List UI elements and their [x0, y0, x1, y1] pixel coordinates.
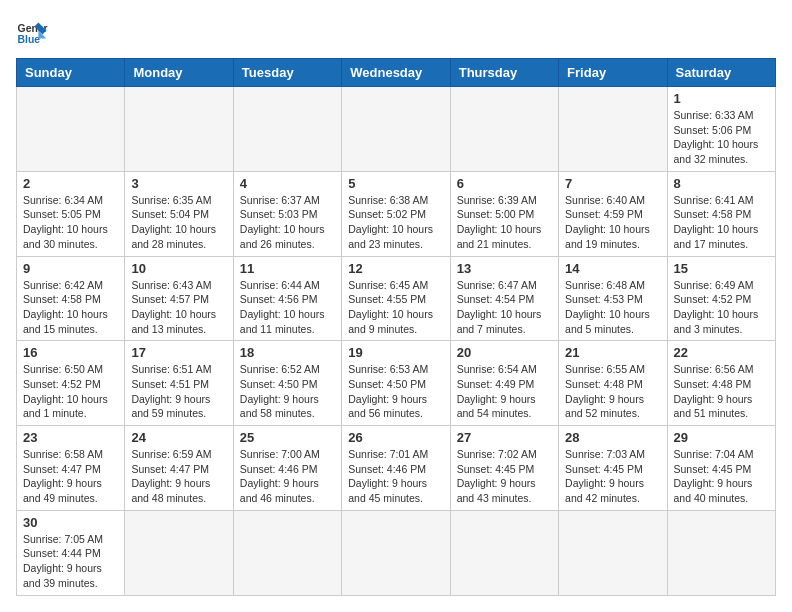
day-info: Sunrise: 6:45 AM Sunset: 4:55 PM Dayligh… [348, 278, 443, 337]
calendar-table: SundayMondayTuesdayWednesdayThursdayFrid… [16, 58, 776, 596]
calendar-cell [125, 87, 233, 172]
day-info: Sunrise: 6:49 AM Sunset: 4:52 PM Dayligh… [674, 278, 769, 337]
calendar-cell: 28Sunrise: 7:03 AM Sunset: 4:45 PM Dayli… [559, 426, 667, 511]
day-info: Sunrise: 7:02 AM Sunset: 4:45 PM Dayligh… [457, 447, 552, 506]
calendar-cell: 19Sunrise: 6:53 AM Sunset: 4:50 PM Dayli… [342, 341, 450, 426]
calendar-cell [559, 87, 667, 172]
day-info: Sunrise: 6:33 AM Sunset: 5:06 PM Dayligh… [674, 108, 769, 167]
calendar-cell: 20Sunrise: 6:54 AM Sunset: 4:49 PM Dayli… [450, 341, 558, 426]
calendar-cell: 16Sunrise: 6:50 AM Sunset: 4:52 PM Dayli… [17, 341, 125, 426]
day-info: Sunrise: 6:55 AM Sunset: 4:48 PM Dayligh… [565, 362, 660, 421]
calendar-cell [342, 510, 450, 595]
calendar-cell: 26Sunrise: 7:01 AM Sunset: 4:46 PM Dayli… [342, 426, 450, 511]
day-number: 1 [674, 91, 769, 106]
calendar-cell: 9Sunrise: 6:42 AM Sunset: 4:58 PM Daylig… [17, 256, 125, 341]
calendar-header-row: SundayMondayTuesdayWednesdayThursdayFrid… [17, 59, 776, 87]
calendar-week-row: 2Sunrise: 6:34 AM Sunset: 5:05 PM Daylig… [17, 171, 776, 256]
day-number: 4 [240, 176, 335, 191]
day-number: 29 [674, 430, 769, 445]
day-info: Sunrise: 6:41 AM Sunset: 4:58 PM Dayligh… [674, 193, 769, 252]
calendar-cell: 1Sunrise: 6:33 AM Sunset: 5:06 PM Daylig… [667, 87, 775, 172]
calendar-cell: 17Sunrise: 6:51 AM Sunset: 4:51 PM Dayli… [125, 341, 233, 426]
calendar-cell: 25Sunrise: 7:00 AM Sunset: 4:46 PM Dayli… [233, 426, 341, 511]
calendar-header-thursday: Thursday [450, 59, 558, 87]
day-info: Sunrise: 6:34 AM Sunset: 5:05 PM Dayligh… [23, 193, 118, 252]
calendar-cell [17, 87, 125, 172]
day-info: Sunrise: 6:37 AM Sunset: 5:03 PM Dayligh… [240, 193, 335, 252]
day-number: 21 [565, 345, 660, 360]
day-info: Sunrise: 6:43 AM Sunset: 4:57 PM Dayligh… [131, 278, 226, 337]
calendar-cell: 24Sunrise: 6:59 AM Sunset: 4:47 PM Dayli… [125, 426, 233, 511]
day-number: 15 [674, 261, 769, 276]
calendar-cell: 12Sunrise: 6:45 AM Sunset: 4:55 PM Dayli… [342, 256, 450, 341]
day-info: Sunrise: 6:40 AM Sunset: 4:59 PM Dayligh… [565, 193, 660, 252]
page-header: General Blue [16, 16, 776, 48]
day-info: Sunrise: 6:58 AM Sunset: 4:47 PM Dayligh… [23, 447, 118, 506]
calendar-header-wednesday: Wednesday [342, 59, 450, 87]
day-info: Sunrise: 6:44 AM Sunset: 4:56 PM Dayligh… [240, 278, 335, 337]
day-info: Sunrise: 6:38 AM Sunset: 5:02 PM Dayligh… [348, 193, 443, 252]
calendar-cell [233, 87, 341, 172]
calendar-cell: 2Sunrise: 6:34 AM Sunset: 5:05 PM Daylig… [17, 171, 125, 256]
day-number: 14 [565, 261, 660, 276]
day-number: 11 [240, 261, 335, 276]
day-info: Sunrise: 7:01 AM Sunset: 4:46 PM Dayligh… [348, 447, 443, 506]
calendar-week-row: 30Sunrise: 7:05 AM Sunset: 4:44 PM Dayli… [17, 510, 776, 595]
day-number: 12 [348, 261, 443, 276]
day-number: 30 [23, 515, 118, 530]
day-number: 5 [348, 176, 443, 191]
logo-icon: General Blue [16, 16, 48, 48]
day-number: 20 [457, 345, 552, 360]
day-number: 16 [23, 345, 118, 360]
calendar-cell [450, 87, 558, 172]
calendar-header-saturday: Saturday [667, 59, 775, 87]
day-info: Sunrise: 6:53 AM Sunset: 4:50 PM Dayligh… [348, 362, 443, 421]
calendar-cell: 27Sunrise: 7:02 AM Sunset: 4:45 PM Dayli… [450, 426, 558, 511]
day-info: Sunrise: 6:52 AM Sunset: 4:50 PM Dayligh… [240, 362, 335, 421]
calendar-cell: 11Sunrise: 6:44 AM Sunset: 4:56 PM Dayli… [233, 256, 341, 341]
calendar-cell [450, 510, 558, 595]
calendar-cell: 21Sunrise: 6:55 AM Sunset: 4:48 PM Dayli… [559, 341, 667, 426]
day-number: 23 [23, 430, 118, 445]
logo: General Blue [16, 16, 52, 48]
calendar-cell: 22Sunrise: 6:56 AM Sunset: 4:48 PM Dayli… [667, 341, 775, 426]
calendar-cell: 30Sunrise: 7:05 AM Sunset: 4:44 PM Dayli… [17, 510, 125, 595]
day-info: Sunrise: 6:54 AM Sunset: 4:49 PM Dayligh… [457, 362, 552, 421]
day-info: Sunrise: 6:51 AM Sunset: 4:51 PM Dayligh… [131, 362, 226, 421]
calendar-header-friday: Friday [559, 59, 667, 87]
calendar-cell: 15Sunrise: 6:49 AM Sunset: 4:52 PM Dayli… [667, 256, 775, 341]
day-number: 27 [457, 430, 552, 445]
calendar-header-tuesday: Tuesday [233, 59, 341, 87]
calendar-cell: 13Sunrise: 6:47 AM Sunset: 4:54 PM Dayli… [450, 256, 558, 341]
day-info: Sunrise: 7:00 AM Sunset: 4:46 PM Dayligh… [240, 447, 335, 506]
calendar-cell: 6Sunrise: 6:39 AM Sunset: 5:00 PM Daylig… [450, 171, 558, 256]
day-info: Sunrise: 6:35 AM Sunset: 5:04 PM Dayligh… [131, 193, 226, 252]
day-number: 2 [23, 176, 118, 191]
day-number: 10 [131, 261, 226, 276]
day-number: 22 [674, 345, 769, 360]
calendar-cell: 3Sunrise: 6:35 AM Sunset: 5:04 PM Daylig… [125, 171, 233, 256]
day-number: 28 [565, 430, 660, 445]
day-info: Sunrise: 7:04 AM Sunset: 4:45 PM Dayligh… [674, 447, 769, 506]
day-number: 9 [23, 261, 118, 276]
svg-text:Blue: Blue [18, 34, 41, 45]
calendar-cell [233, 510, 341, 595]
calendar-cell [667, 510, 775, 595]
day-number: 7 [565, 176, 660, 191]
calendar-cell: 10Sunrise: 6:43 AM Sunset: 4:57 PM Dayli… [125, 256, 233, 341]
calendar-cell: 29Sunrise: 7:04 AM Sunset: 4:45 PM Dayli… [667, 426, 775, 511]
calendar-cell [342, 87, 450, 172]
calendar-week-row: 23Sunrise: 6:58 AM Sunset: 4:47 PM Dayli… [17, 426, 776, 511]
calendar-cell: 7Sunrise: 6:40 AM Sunset: 4:59 PM Daylig… [559, 171, 667, 256]
calendar-header-sunday: Sunday [17, 59, 125, 87]
day-info: Sunrise: 7:05 AM Sunset: 4:44 PM Dayligh… [23, 532, 118, 591]
calendar-cell: 4Sunrise: 6:37 AM Sunset: 5:03 PM Daylig… [233, 171, 341, 256]
day-number: 24 [131, 430, 226, 445]
day-info: Sunrise: 6:42 AM Sunset: 4:58 PM Dayligh… [23, 278, 118, 337]
day-info: Sunrise: 7:03 AM Sunset: 4:45 PM Dayligh… [565, 447, 660, 506]
day-number: 26 [348, 430, 443, 445]
day-info: Sunrise: 6:56 AM Sunset: 4:48 PM Dayligh… [674, 362, 769, 421]
day-number: 6 [457, 176, 552, 191]
day-number: 17 [131, 345, 226, 360]
calendar-cell: 8Sunrise: 6:41 AM Sunset: 4:58 PM Daylig… [667, 171, 775, 256]
